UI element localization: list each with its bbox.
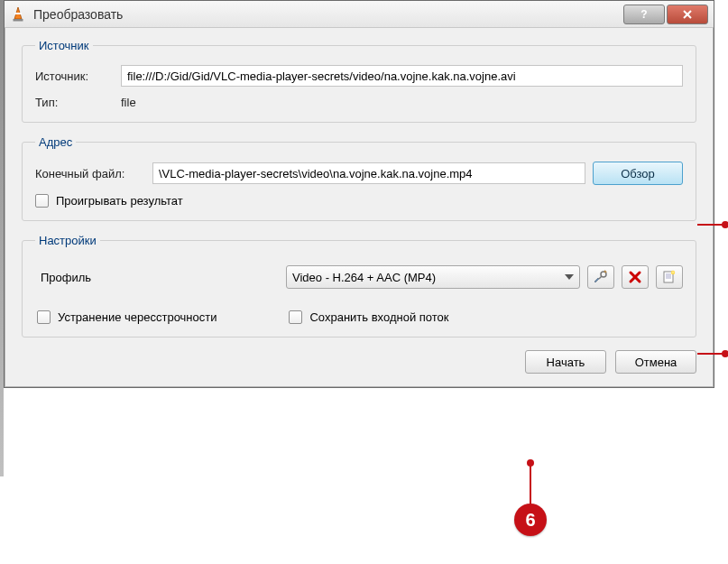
svg-line-8 (604, 271, 606, 273)
destination-legend: Адрес (35, 135, 76, 149)
chevron-down-icon (565, 274, 574, 280)
window-title: Преобразовать (33, 7, 123, 22)
type-label: Тип: (35, 96, 121, 109)
help-button[interactable]: ? (623, 5, 665, 24)
svg-rect-2 (14, 19, 23, 22)
profile-label: Профиль (35, 271, 279, 284)
svg-text:?: ? (640, 8, 647, 21)
close-button[interactable] (667, 5, 708, 24)
checkbox-icon (37, 310, 51, 324)
keep-input-checkbox[interactable]: Сохранить входной поток (289, 310, 448, 324)
annotation-line (697, 353, 724, 355)
convert-dialog: Преобразовать ? Источник Источник: Тип: … (4, 0, 714, 388)
edit-profile-button[interactable] (587, 265, 614, 289)
window-buttons: ? (622, 5, 708, 24)
settings-group: Настройки Профиль Video - H.264 + AAC (M… (22, 234, 696, 337)
dest-file-input[interactable] (152, 162, 585, 184)
annotation-dot (722, 221, 728, 228)
source-group: Источник Источник: Тип: file (22, 39, 696, 123)
svg-line-7 (599, 276, 602, 279)
deinterlace-checkbox[interactable]: Устранение чересстрочности (37, 310, 217, 324)
keep-input-label: Сохранить входной поток (309, 310, 448, 324)
tools-icon (593, 269, 609, 285)
annotation-line (530, 463, 531, 504)
checkbox-icon (289, 310, 302, 324)
vlc-icon (10, 6, 26, 23)
profile-selected: Video - H.264 + AAC (MP4) (292, 271, 436, 284)
play-result-label: Проигрывать результат (56, 194, 183, 208)
annotation-dot (722, 350, 728, 357)
cancel-button[interactable]: Отмена (615, 350, 696, 374)
settings-legend: Настройки (35, 234, 100, 247)
dest-label: Конечный файл: (35, 167, 152, 180)
delete-icon (628, 270, 642, 284)
profile-combo[interactable]: Video - H.264 + AAC (MP4) (286, 265, 580, 289)
type-value: file (121, 96, 136, 109)
checkbox-icon (35, 194, 49, 208)
annotation-callout-6: 6 (514, 504, 547, 536)
browse-button[interactable]: Обзор (593, 162, 683, 185)
source-legend: Источник (35, 39, 93, 52)
dialog-body: Источник Источник: Тип: file Адрес Конеч… (5, 28, 714, 387)
svg-rect-1 (14, 13, 22, 14)
play-result-checkbox[interactable]: Проигрывать результат (35, 194, 683, 208)
deinterlace-label: Устранение чересстрочности (58, 310, 217, 324)
dialog-footer: Начать Отмена (22, 350, 696, 374)
annotation-line (697, 224, 724, 226)
delete-profile-button[interactable] (622, 265, 649, 289)
new-profile-icon (661, 269, 677, 285)
destination-group: Адрес Конечный файл: Обзор Проигрывать р… (22, 135, 696, 221)
source-label: Источник: (35, 69, 121, 83)
start-button[interactable]: Начать (525, 350, 606, 374)
titlebar: Преобразовать ? (5, 1, 714, 28)
new-profile-button[interactable] (656, 265, 683, 289)
source-input[interactable] (121, 65, 683, 87)
